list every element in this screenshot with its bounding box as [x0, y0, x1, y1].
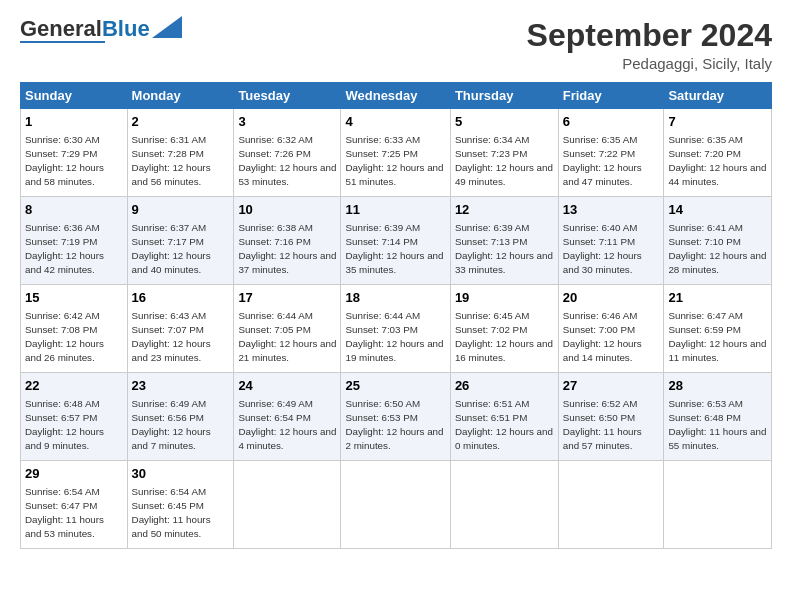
- day-cell-13: 13 Sunrise: 6:40 AMSunset: 7:11 PMDaylig…: [558, 197, 664, 285]
- page: GeneralBlue September 2024 Pedagaggi, Si…: [0, 0, 792, 559]
- day-cell-18: 18 Sunrise: 6:44 AMSunset: 7:03 PMDaylig…: [341, 285, 450, 373]
- table-row: 15 Sunrise: 6:42 AMSunset: 7:08 PMDaylig…: [21, 285, 772, 373]
- day-number: 23: [132, 377, 230, 395]
- day-cell-4: 4 Sunrise: 6:33 AMSunset: 7:25 PMDayligh…: [341, 109, 450, 197]
- day-cell-17: 17 Sunrise: 6:44 AMSunset: 7:05 PMDaylig…: [234, 285, 341, 373]
- table-row: 22 Sunrise: 6:48 AMSunset: 6:57 PMDaylig…: [21, 373, 772, 461]
- day-number: 26: [455, 377, 554, 395]
- day-cell-1: 1 Sunrise: 6:30 AMSunset: 7:29 PMDayligh…: [21, 109, 128, 197]
- day-cell-19: 19 Sunrise: 6:45 AMSunset: 7:02 PMDaylig…: [450, 285, 558, 373]
- day-cell-23: 23 Sunrise: 6:49 AMSunset: 6:56 PMDaylig…: [127, 373, 234, 461]
- day-info: Sunrise: 6:32 AMSunset: 7:26 PMDaylight:…: [238, 134, 336, 188]
- logo-text: GeneralBlue: [20, 18, 150, 40]
- day-info: Sunrise: 6:39 AMSunset: 7:13 PMDaylight:…: [455, 222, 553, 276]
- day-info: Sunrise: 6:41 AMSunset: 7:10 PMDaylight:…: [668, 222, 766, 276]
- day-number: 18: [345, 289, 445, 307]
- title-block: September 2024 Pedagaggi, Sicily, Italy: [527, 18, 772, 72]
- svg-marker-0: [152, 16, 182, 38]
- header: GeneralBlue September 2024 Pedagaggi, Si…: [20, 18, 772, 72]
- day-cell-8: 8 Sunrise: 6:36 AMSunset: 7:19 PMDayligh…: [21, 197, 128, 285]
- day-info: Sunrise: 6:53 AMSunset: 6:48 PMDaylight:…: [668, 398, 766, 452]
- day-number: 15: [25, 289, 123, 307]
- day-number: 16: [132, 289, 230, 307]
- day-number: 10: [238, 201, 336, 219]
- day-number: 11: [345, 201, 445, 219]
- day-cell-2: 2 Sunrise: 6:31 AMSunset: 7:28 PMDayligh…: [127, 109, 234, 197]
- empty-cell: [558, 461, 664, 549]
- day-cell-30: 30 Sunrise: 6:54 AMSunset: 6:45 PMDaylig…: [127, 461, 234, 549]
- day-info: Sunrise: 6:44 AMSunset: 7:05 PMDaylight:…: [238, 310, 336, 364]
- day-number: 19: [455, 289, 554, 307]
- calendar-header-row: Sunday Monday Tuesday Wednesday Thursday…: [21, 83, 772, 109]
- day-cell-15: 15 Sunrise: 6:42 AMSunset: 7:08 PMDaylig…: [21, 285, 128, 373]
- day-info: Sunrise: 6:47 AMSunset: 6:59 PMDaylight:…: [668, 310, 766, 364]
- col-wednesday: Wednesday: [341, 83, 450, 109]
- table-row: 1 Sunrise: 6:30 AMSunset: 7:29 PMDayligh…: [21, 109, 772, 197]
- col-monday: Monday: [127, 83, 234, 109]
- day-number: 17: [238, 289, 336, 307]
- empty-cell: [341, 461, 450, 549]
- day-cell-10: 10 Sunrise: 6:38 AMSunset: 7:16 PMDaylig…: [234, 197, 341, 285]
- calendar: Sunday Monday Tuesday Wednesday Thursday…: [20, 82, 772, 549]
- col-thursday: Thursday: [450, 83, 558, 109]
- day-cell-27: 27 Sunrise: 6:52 AMSunset: 6:50 PMDaylig…: [558, 373, 664, 461]
- day-info: Sunrise: 6:49 AMSunset: 6:56 PMDaylight:…: [132, 398, 211, 452]
- day-info: Sunrise: 6:49 AMSunset: 6:54 PMDaylight:…: [238, 398, 336, 452]
- day-cell-16: 16 Sunrise: 6:43 AMSunset: 7:07 PMDaylig…: [127, 285, 234, 373]
- day-number: 25: [345, 377, 445, 395]
- day-number: 7: [668, 113, 767, 131]
- day-cell-29: 29 Sunrise: 6:54 AMSunset: 6:47 PMDaylig…: [21, 461, 128, 549]
- day-number: 3: [238, 113, 336, 131]
- day-number: 4: [345, 113, 445, 131]
- day-number: 22: [25, 377, 123, 395]
- day-info: Sunrise: 6:34 AMSunset: 7:23 PMDaylight:…: [455, 134, 553, 188]
- logo-underline: [20, 41, 105, 43]
- day-info: Sunrise: 6:37 AMSunset: 7:17 PMDaylight:…: [132, 222, 211, 276]
- day-number: 5: [455, 113, 554, 131]
- day-number: 27: [563, 377, 660, 395]
- table-row: 29 Sunrise: 6:54 AMSunset: 6:47 PMDaylig…: [21, 461, 772, 549]
- day-cell-24: 24 Sunrise: 6:49 AMSunset: 6:54 PMDaylig…: [234, 373, 341, 461]
- day-cell-5: 5 Sunrise: 6:34 AMSunset: 7:23 PMDayligh…: [450, 109, 558, 197]
- day-cell-11: 11 Sunrise: 6:39 AMSunset: 7:14 PMDaylig…: [341, 197, 450, 285]
- day-info: Sunrise: 6:51 AMSunset: 6:51 PMDaylight:…: [455, 398, 553, 452]
- day-number: 6: [563, 113, 660, 131]
- col-friday: Friday: [558, 83, 664, 109]
- day-info: Sunrise: 6:36 AMSunset: 7:19 PMDaylight:…: [25, 222, 104, 276]
- day-number: 24: [238, 377, 336, 395]
- day-cell-7: 7 Sunrise: 6:35 AMSunset: 7:20 PMDayligh…: [664, 109, 772, 197]
- logo: GeneralBlue: [20, 18, 182, 43]
- day-info: Sunrise: 6:38 AMSunset: 7:16 PMDaylight:…: [238, 222, 336, 276]
- day-number: 2: [132, 113, 230, 131]
- day-number: 1: [25, 113, 123, 131]
- day-info: Sunrise: 6:42 AMSunset: 7:08 PMDaylight:…: [25, 310, 104, 364]
- month-title: September 2024: [527, 18, 772, 53]
- day-info: Sunrise: 6:54 AMSunset: 6:45 PMDaylight:…: [132, 486, 211, 540]
- day-info: Sunrise: 6:52 AMSunset: 6:50 PMDaylight:…: [563, 398, 642, 452]
- day-info: Sunrise: 6:35 AMSunset: 7:22 PMDaylight:…: [563, 134, 642, 188]
- day-info: Sunrise: 6:50 AMSunset: 6:53 PMDaylight:…: [345, 398, 443, 452]
- day-number: 9: [132, 201, 230, 219]
- day-cell-26: 26 Sunrise: 6:51 AMSunset: 6:51 PMDaylig…: [450, 373, 558, 461]
- day-cell-6: 6 Sunrise: 6:35 AMSunset: 7:22 PMDayligh…: [558, 109, 664, 197]
- logo-general: General: [20, 16, 102, 41]
- day-cell-22: 22 Sunrise: 6:48 AMSunset: 6:57 PMDaylig…: [21, 373, 128, 461]
- day-number: 13: [563, 201, 660, 219]
- col-sunday: Sunday: [21, 83, 128, 109]
- day-info: Sunrise: 6:44 AMSunset: 7:03 PMDaylight:…: [345, 310, 443, 364]
- empty-cell: [234, 461, 341, 549]
- day-cell-20: 20 Sunrise: 6:46 AMSunset: 7:00 PMDaylig…: [558, 285, 664, 373]
- day-info: Sunrise: 6:46 AMSunset: 7:00 PMDaylight:…: [563, 310, 642, 364]
- day-info: Sunrise: 6:30 AMSunset: 7:29 PMDaylight:…: [25, 134, 104, 188]
- day-number: 28: [668, 377, 767, 395]
- day-number: 14: [668, 201, 767, 219]
- day-info: Sunrise: 6:54 AMSunset: 6:47 PMDaylight:…: [25, 486, 104, 540]
- logo-blue: Blue: [102, 16, 150, 41]
- day-number: 20: [563, 289, 660, 307]
- day-number: 21: [668, 289, 767, 307]
- day-info: Sunrise: 6:45 AMSunset: 7:02 PMDaylight:…: [455, 310, 553, 364]
- day-cell-21: 21 Sunrise: 6:47 AMSunset: 6:59 PMDaylig…: [664, 285, 772, 373]
- day-info: Sunrise: 6:43 AMSunset: 7:07 PMDaylight:…: [132, 310, 211, 364]
- day-info: Sunrise: 6:31 AMSunset: 7:28 PMDaylight:…: [132, 134, 211, 188]
- day-number: 29: [25, 465, 123, 483]
